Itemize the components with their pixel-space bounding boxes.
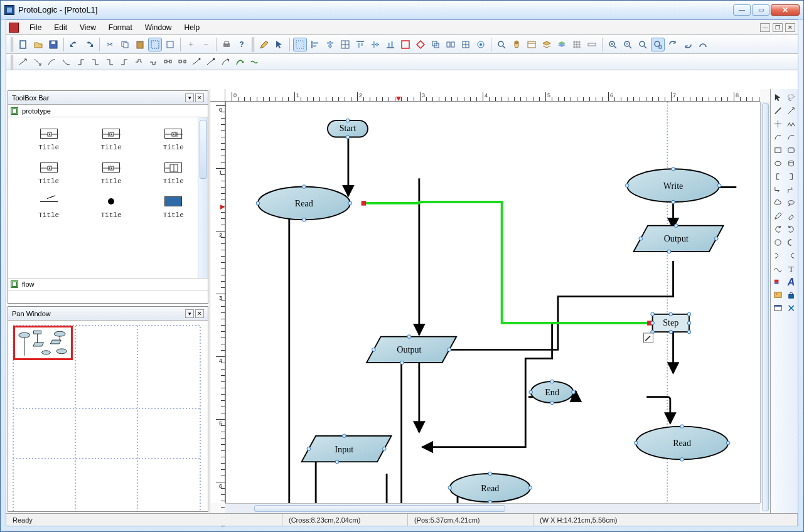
ellipse-icon[interactable] <box>772 157 784 169</box>
circle-icon[interactable] <box>772 237 784 248</box>
connector-style-17[interactable] <box>248 56 260 68</box>
menu-format[interactable]: Format <box>103 22 138 33</box>
window-icon[interactable] <box>772 302 784 314</box>
toolbox-item[interactable]: Title <box>21 162 77 185</box>
menu-view[interactable]: View <box>74 22 102 33</box>
toolbox-lib-prototype[interactable]: prototype <box>8 105 208 117</box>
line-icon[interactable] <box>772 105 784 117</box>
snap-grid-button[interactable] <box>293 38 307 51</box>
zoom-out-button[interactable] <box>621 38 635 51</box>
close-icon[interactable]: ✕ <box>195 93 204 102</box>
target-button[interactable] <box>474 38 488 51</box>
arc-icon[interactable] <box>785 131 797 143</box>
eraser-icon[interactable] <box>785 210 797 222</box>
connector-style-4[interactable] <box>60 56 73 68</box>
pencil-icon[interactable] <box>772 210 784 222</box>
zoom-fit-button[interactable] <box>636 38 650 51</box>
save-button[interactable] <box>46 38 60 51</box>
flag-icon[interactable] <box>772 276 784 288</box>
pointer-icon[interactable] <box>772 92 784 104</box>
new-button[interactable] <box>16 38 30 51</box>
mdi-restore-button[interactable]: ❐ <box>773 23 783 32</box>
crop-button[interactable] <box>459 38 473 51</box>
bold-a-icon[interactable]: A <box>785 276 797 288</box>
cross-icon[interactable] <box>772 118 784 130</box>
remove-button[interactable]: － <box>199 38 213 51</box>
bump-left-icon[interactable] <box>772 250 784 262</box>
distribute-h-button[interactable] <box>429 38 442 51</box>
close-icon[interactable]: ✕ <box>195 309 204 318</box>
halfmoon-icon[interactable] <box>785 237 797 248</box>
align-center-button[interactable] <box>323 38 337 51</box>
grid-button[interactable] <box>570 38 584 51</box>
zigzag-icon[interactable] <box>785 118 797 130</box>
toolbox-item[interactable]: Title <box>83 129 139 151</box>
toolbox-scrollbar[interactable] <box>198 117 208 278</box>
connector-style-7[interactable] <box>104 56 116 68</box>
canvas-horizontal-scrollbar[interactable] <box>225 503 760 513</box>
wave-icon[interactable] <box>772 263 784 275</box>
curve-icon[interactable] <box>772 131 784 143</box>
pin-icon[interactable]: ▾ <box>185 93 194 102</box>
properties-button[interactable] <box>525 38 539 51</box>
vertical-ruler[interactable]: 01234567 <box>210 102 225 503</box>
lasso-icon[interactable] <box>785 92 797 104</box>
mdi-close-button[interactable]: ✕ <box>785 23 795 32</box>
select-mode-button[interactable] <box>148 38 162 51</box>
cut-button[interactable]: ✂ <box>103 38 117 51</box>
connector-style-10[interactable] <box>147 56 159 68</box>
menu-window[interactable]: Window <box>139 22 178 33</box>
toolbox-item[interactable]: Title <box>21 196 77 219</box>
toolbox-item[interactable]: Title <box>146 129 201 151</box>
connector-style-14[interactable] <box>205 56 217 68</box>
search-tool-button[interactable] <box>495 38 508 51</box>
pan-body[interactable] <box>8 321 208 511</box>
align-right-button[interactable] <box>338 38 352 51</box>
lock-icon[interactable] <box>785 289 797 301</box>
connector-style-8[interactable] <box>118 56 131 68</box>
cloud-icon[interactable] <box>772 197 784 209</box>
toolbox-item[interactable]: Title <box>83 162 139 185</box>
align-left-button[interactable] <box>308 38 322 51</box>
minimize-button[interactable]: — <box>733 4 751 16</box>
menu-edit[interactable]: Edit <box>48 22 73 33</box>
connector-style-2[interactable] <box>31 56 44 68</box>
cylinder-icon[interactable] <box>785 157 797 169</box>
nav-next-button[interactable] <box>681 38 695 51</box>
ruler-button[interactable] <box>585 38 599 51</box>
cancel-icon[interactable]: ✕ <box>785 302 797 314</box>
image-icon[interactable] <box>772 289 784 301</box>
bump-right-icon[interactable] <box>785 250 797 262</box>
toolbox-lib-flow[interactable]: flow <box>8 278 208 290</box>
toolbox-item[interactable]: Title <box>146 196 201 219</box>
loop-left-icon[interactable] <box>772 223 784 235</box>
toolbox-item[interactable]: Title <box>83 196 139 219</box>
open-button[interactable] <box>31 38 45 51</box>
connector-style-1[interactable] <box>17 56 29 68</box>
zoom-area-button[interactable] <box>651 38 665 51</box>
color-layers-button[interactable] <box>555 38 569 51</box>
edit-tool-button[interactable] <box>257 38 271 51</box>
align-middle-button[interactable] <box>368 38 382 51</box>
connector-style-5[interactable] <box>75 56 87 68</box>
pan-titlebar[interactable]: Pan Window ▾ ✕ <box>8 307 208 321</box>
align-bottom-button[interactable] <box>383 38 397 51</box>
nav-prev-button[interactable] <box>666 38 680 51</box>
loop-right-icon[interactable] <box>785 223 797 235</box>
close-button[interactable]: ✕ <box>771 4 800 16</box>
horizontal-ruler[interactable]: 0123456789 <box>225 89 760 102</box>
connector-style-16[interactable] <box>233 56 246 68</box>
connector-style-3[interactable] <box>46 56 58 68</box>
toolbox-item[interactable]: Title <box>21 129 77 151</box>
pointer-tool-button[interactable] <box>272 38 286 51</box>
undo-button[interactable] <box>67 38 81 51</box>
pan-viewport[interactable] <box>13 326 73 360</box>
layers-button[interactable] <box>540 38 554 51</box>
copy-button[interactable] <box>118 38 132 51</box>
titlebar[interactable]: ProtoLogic - [ProtoL1] — ▭ ✕ <box>1 1 803 19</box>
hand-tool-button[interactable] <box>510 38 523 51</box>
arrow-line-icon[interactable] <box>785 105 797 117</box>
align-top-button[interactable] <box>353 38 367 51</box>
connector-style-12[interactable] <box>176 56 188 68</box>
bracket-right-icon[interactable] <box>785 171 797 183</box>
